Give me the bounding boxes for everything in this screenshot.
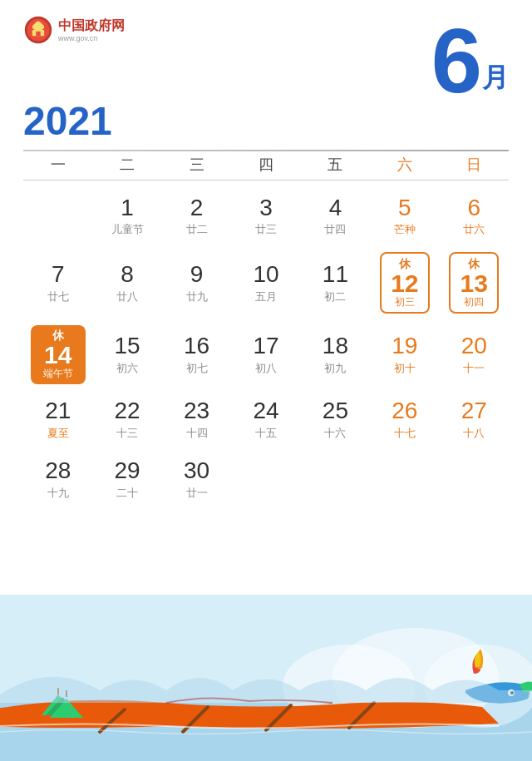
day-3-number: 3 xyxy=(259,195,273,221)
svg-rect-4 xyxy=(36,32,40,36)
day-12-lunar: 初三 xyxy=(395,296,415,309)
calendar-section: 中国政府网 www.gov.cn 6 月 2021 一 二 三 四 五 六 日 xyxy=(0,0,532,526)
day-13-lunar: 初四 xyxy=(464,296,484,309)
day-7: 7 廿七 xyxy=(23,245,92,319)
day-9-number: 9 xyxy=(190,262,204,288)
weekday-sun: 日 xyxy=(440,155,509,175)
day-4-lunar: 廿四 xyxy=(324,222,346,237)
logo-url: www.gov.cn xyxy=(58,34,125,42)
day-18-lunar: 初九 xyxy=(324,361,346,376)
day-14-number: 14 xyxy=(44,343,71,368)
day-20-number: 20 xyxy=(461,334,487,359)
day-25-number: 25 xyxy=(323,398,348,424)
day-21-number: 21 xyxy=(45,398,71,424)
day-6-lunar: 廿六 xyxy=(463,222,485,237)
day-23-lunar: 十四 xyxy=(186,426,208,441)
day-19-number: 19 xyxy=(392,334,417,359)
weekday-tue: 二 xyxy=(92,155,161,175)
day-13: 休 13 初四 xyxy=(440,245,509,319)
header-row: 中国政府网 www.gov.cn 6 月 xyxy=(23,15,509,106)
month-character: 月 xyxy=(482,60,509,96)
day-26-number: 26 xyxy=(392,398,417,424)
day-26: 26 十七 xyxy=(370,389,439,449)
day-9-lunar: 廿九 xyxy=(186,289,208,304)
day-23-number: 23 xyxy=(184,398,209,424)
day-8-lunar: 廿八 xyxy=(116,289,138,304)
day-30-lunar: 廿一 xyxy=(186,486,208,501)
day-27: 27 十八 xyxy=(440,389,509,449)
day-18: 18 初九 xyxy=(301,319,370,388)
day-5: 5 芒种 xyxy=(370,185,439,245)
day-27-number: 27 xyxy=(461,398,487,424)
day-19-lunar: 初十 xyxy=(394,361,416,376)
day-20: 20 十一 xyxy=(440,319,509,388)
day-25: 25 十六 xyxy=(301,389,370,449)
weekday-sat: 六 xyxy=(370,155,439,175)
day-23: 23 十四 xyxy=(162,389,231,449)
weekday-thu: 四 xyxy=(231,155,300,175)
day-1-lunar: 儿童节 xyxy=(111,222,144,237)
government-emblem-icon xyxy=(23,15,53,45)
day-29: 29 二十 xyxy=(92,449,161,509)
day-12-number: 12 xyxy=(391,271,418,296)
day-28-lunar: 十九 xyxy=(47,486,69,501)
weekday-header: 一 二 三 四 五 六 日 xyxy=(23,155,509,180)
logo-text-area: 中国政府网 www.gov.cn xyxy=(58,17,125,42)
day-3: 3 廿三 xyxy=(231,185,300,245)
day-20-lunar: 十一 xyxy=(463,361,485,376)
day-1-number: 1 xyxy=(121,195,134,221)
logo-title: 中国政府网 xyxy=(58,17,125,33)
day-8-number: 8 xyxy=(121,262,134,288)
day-4-number: 4 xyxy=(329,195,342,221)
day-22-lunar: 十三 xyxy=(116,426,138,441)
day-24-lunar: 十五 xyxy=(255,426,277,441)
day-10-number: 10 xyxy=(253,262,278,288)
day-6-number: 6 xyxy=(467,195,480,221)
day-29-lunar: 二十 xyxy=(116,486,138,501)
day-15-lunar: 初六 xyxy=(116,361,138,376)
day-2-lunar: 廿二 xyxy=(186,222,208,237)
day-5-lunar: 芒种 xyxy=(394,222,416,237)
day-14-lunar: 端午节 xyxy=(43,368,73,381)
day-7-lunar: 廿七 xyxy=(47,289,69,304)
day-18-number: 18 xyxy=(323,334,348,359)
day-17-lunar: 初八 xyxy=(255,361,277,376)
day-16-number: 16 xyxy=(184,334,209,359)
day-19: 19 初十 xyxy=(370,319,439,388)
day-28-number: 28 xyxy=(45,458,71,484)
day-9: 9 廿九 xyxy=(162,245,231,319)
day-7-number: 7 xyxy=(52,262,65,288)
day-22: 22 十三 xyxy=(92,389,161,449)
day-15-number: 15 xyxy=(115,334,140,359)
day-22-number: 22 xyxy=(115,398,140,424)
month-number: 6 xyxy=(431,15,482,106)
day-24-number: 24 xyxy=(253,398,278,424)
day-27-lunar: 十八 xyxy=(463,426,485,441)
day-17-number: 17 xyxy=(253,334,278,359)
day-1: 1 儿童节 xyxy=(92,185,161,245)
day-2-number: 2 xyxy=(190,195,204,221)
weekday-fri: 五 xyxy=(301,155,370,175)
day-11-lunar: 初二 xyxy=(324,289,346,304)
day-11-number: 11 xyxy=(323,262,348,288)
decoration-svg xyxy=(0,595,532,761)
day-10-lunar: 五月 xyxy=(255,289,277,304)
day-14: 休 14 端午节 xyxy=(23,319,92,388)
year-text: 2021 xyxy=(23,99,112,143)
day-4: 4 廿四 xyxy=(301,185,370,245)
day-12: 休 12 初三 xyxy=(370,245,439,319)
page-wrapper: 中国政府网 www.gov.cn 6 月 2021 一 二 三 四 五 六 日 xyxy=(0,0,532,761)
day-25-lunar: 十六 xyxy=(324,426,346,441)
day-30: 30 廿一 xyxy=(162,449,231,509)
header-divider xyxy=(23,150,509,151)
day-26-lunar: 十七 xyxy=(394,426,416,441)
calendar-grid: 1 儿童节 2 廿二 3 廿三 4 xyxy=(23,185,509,509)
logo-area: 中国政府网 www.gov.cn xyxy=(23,15,125,45)
weekday-wed: 三 xyxy=(162,155,231,175)
day-24: 24 十五 xyxy=(231,389,300,449)
day-30-number: 30 xyxy=(184,458,209,484)
day-6: 6 廿六 xyxy=(440,185,509,245)
day-16-lunar: 初七 xyxy=(186,361,208,376)
day-11: 11 初二 xyxy=(301,245,370,319)
day-21: 21 夏至 xyxy=(23,389,92,449)
